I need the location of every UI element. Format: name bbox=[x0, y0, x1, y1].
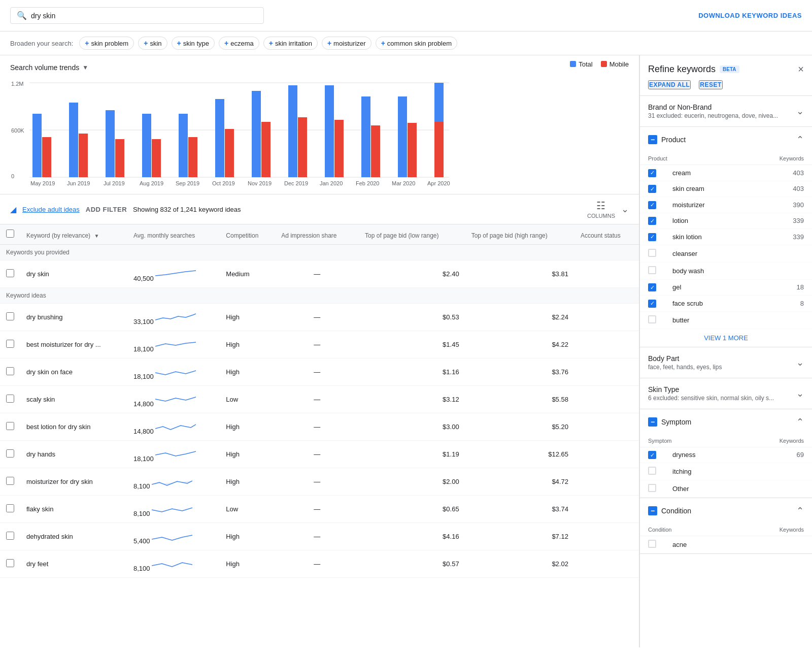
product-checkbox-cream[interactable]: ✓ bbox=[648, 169, 656, 177]
condition-section-title: Condition bbox=[661, 507, 691, 515]
broaden-chip-common-skin-problem[interactable]: + common skin problem bbox=[376, 37, 457, 50]
product-section: − Product ⌃ Product Keywords ✓ cream 40 bbox=[640, 127, 812, 347]
competition-cell: Medium bbox=[220, 260, 275, 288]
row-checkbox-cell[interactable] bbox=[0, 260, 20, 288]
bid-low-cell: $2.40 bbox=[359, 260, 465, 288]
list-item: ✓ skin cream 403 bbox=[640, 181, 812, 197]
product-count: 339 bbox=[745, 229, 812, 245]
ad-impression-cell: — bbox=[275, 496, 359, 523]
row-checkbox[interactable] bbox=[6, 312, 14, 320]
account-status-cell bbox=[574, 413, 639, 441]
product-section-header[interactable]: − Product ⌃ bbox=[640, 127, 812, 152]
bid-low-cell: $2.00 bbox=[359, 468, 465, 496]
product-label: body wash bbox=[664, 262, 745, 279]
row-checkbox[interactable] bbox=[6, 367, 14, 375]
sparkline-chart bbox=[152, 473, 192, 488]
symptom-checkbox-itching[interactable] bbox=[648, 467, 656, 475]
ad-impression-cell: — bbox=[275, 441, 359, 468]
account-status-cell bbox=[574, 304, 639, 331]
symptom-minus-icon: − bbox=[648, 417, 657, 427]
broaden-chip-skin-irritation[interactable]: + skin irritation bbox=[263, 37, 318, 50]
product-checkbox-skin-cream[interactable]: ✓ bbox=[648, 185, 656, 193]
row-checkbox[interactable] bbox=[6, 395, 14, 403]
broaden-chip-skin-type[interactable]: + skin type bbox=[172, 37, 215, 50]
chip-label: moisturizer bbox=[333, 40, 366, 47]
symptom-count bbox=[737, 463, 812, 480]
broaden-chip-eczema[interactable]: + eczema bbox=[219, 37, 259, 50]
svg-rect-19 bbox=[261, 122, 270, 177]
chip-label: skin problem bbox=[91, 40, 128, 47]
table-row: best lotion for dry skin 14,800 High — $… bbox=[0, 413, 639, 441]
svg-rect-6 bbox=[32, 114, 42, 177]
row-checkbox[interactable] bbox=[6, 532, 14, 540]
avg-searches-cell: 14,800 bbox=[127, 386, 220, 413]
bid-high-cell: $5.20 bbox=[465, 413, 574, 441]
body-part-section-header[interactable]: Body Part face, feet, hands, eyes, lips … bbox=[640, 347, 812, 378]
list-item: ✓ gel 18 bbox=[640, 279, 812, 296]
avg-searches-cell: 5,400 bbox=[127, 523, 220, 550]
plus-icon: + bbox=[177, 39, 181, 47]
condition-section-header[interactable]: − Condition ⌃ bbox=[640, 498, 812, 524]
reset-button[interactable]: RESET bbox=[699, 80, 723, 89]
download-keyword-ideas-button[interactable]: DOWNLOAD KEYWORD IDEAS bbox=[698, 12, 802, 19]
table-row: scaly skin 14,800 Low — $3.12 $5.58 bbox=[0, 386, 639, 413]
bid-low-cell: $3.12 bbox=[359, 386, 465, 413]
product-checkbox-butter[interactable] bbox=[648, 315, 656, 323]
competition-cell: High bbox=[220, 468, 275, 496]
expand-all-button[interactable]: EXPAND ALL bbox=[648, 80, 691, 89]
ad-impression-cell: — bbox=[275, 386, 359, 413]
row-checkbox[interactable] bbox=[6, 269, 14, 277]
row-checkbox[interactable] bbox=[6, 340, 14, 348]
ad-impression-cell: — bbox=[275, 413, 359, 441]
product-checkbox-face-scrub[interactable]: ✓ bbox=[648, 300, 656, 308]
chart-dropdown-icon[interactable]: ▼ bbox=[82, 64, 88, 71]
search-bar-area: 🔍 DOWNLOAD KEYWORD IDEAS bbox=[0, 0, 812, 31]
product-checkbox-gel[interactable]: ✓ bbox=[648, 283, 656, 291]
product-checkbox-skin-lotion[interactable]: ✓ bbox=[648, 233, 656, 241]
columns-button[interactable]: ☷ COLUMNS bbox=[587, 200, 615, 219]
symptom-section-header[interactable]: − Symptom ⌃ bbox=[640, 409, 812, 435]
svg-rect-13 bbox=[152, 139, 161, 177]
brand-section-header[interactable]: Brand or Non-Brand 31 excluded: eucerin,… bbox=[640, 96, 812, 126]
collapse-chart-button[interactable]: ⌄ bbox=[621, 204, 629, 215]
exclude-adult-button[interactable]: Exclude adult ideas bbox=[22, 206, 80, 213]
svg-text:600K: 600K bbox=[11, 127, 24, 134]
view-more-button[interactable]: VIEW 1 MORE bbox=[704, 334, 748, 342]
ad-impression-cell: — bbox=[275, 523, 359, 550]
row-checkbox[interactable] bbox=[6, 449, 14, 458]
broaden-label: Broaden your search: bbox=[10, 40, 73, 47]
product-label: skin cream bbox=[664, 181, 745, 197]
list-item: ✓ cream 403 bbox=[640, 165, 812, 181]
product-checkbox-moisturizer[interactable]: ✓ bbox=[648, 201, 656, 209]
broaden-chip-moisturizer[interactable]: + moisturizer bbox=[322, 37, 371, 50]
plus-icon: + bbox=[85, 39, 89, 47]
row-checkbox[interactable] bbox=[6, 504, 14, 512]
filter-bar: ◢ Exclude adult ideas ADD FILTER Showing… bbox=[0, 194, 639, 224]
provided-section-label: Keywords you provided bbox=[0, 245, 639, 260]
close-button[interactable]: × bbox=[798, 63, 804, 75]
product-count: 339 bbox=[745, 213, 812, 229]
ad-impression-cell: — bbox=[275, 550, 359, 578]
skin-type-section-header[interactable]: Skin Type 6 excluded: sensitive skin, no… bbox=[640, 378, 812, 409]
row-checkbox[interactable] bbox=[6, 559, 14, 567]
keywords-col-header: Keywords bbox=[745, 152, 812, 165]
search-input[interactable] bbox=[31, 12, 257, 20]
svg-text:Sep 2019: Sep 2019 bbox=[176, 180, 199, 186]
row-checkbox[interactable] bbox=[6, 477, 14, 485]
symptom-checkbox-other[interactable] bbox=[648, 484, 656, 492]
sparkline-chart bbox=[155, 364, 196, 379]
select-all-checkbox[interactable] bbox=[6, 230, 14, 238]
add-filter-button[interactable]: ADD FILTER bbox=[86, 206, 127, 213]
filter-funnel-icon[interactable]: ◢ bbox=[10, 205, 16, 214]
list-item: ✓ moisturizer 390 bbox=[640, 197, 812, 213]
product-checkbox-cleanser[interactable] bbox=[648, 249, 656, 257]
condition-checkbox-acne[interactable] bbox=[648, 540, 656, 548]
ideas-section-header: Keyword ideas bbox=[0, 288, 639, 304]
product-checkbox-lotion[interactable]: ✓ bbox=[648, 217, 656, 225]
symptom-checkbox-dryness[interactable]: ✓ bbox=[648, 451, 656, 459]
product-checkbox-body-wash[interactable] bbox=[648, 266, 656, 274]
keyword-header[interactable]: Keyword (by relevance) ▼ bbox=[20, 224, 127, 245]
broaden-chip-skin-problem[interactable]: + skin problem bbox=[79, 37, 134, 50]
broaden-chip-skin[interactable]: + skin bbox=[138, 37, 167, 50]
row-checkbox[interactable] bbox=[6, 422, 14, 430]
